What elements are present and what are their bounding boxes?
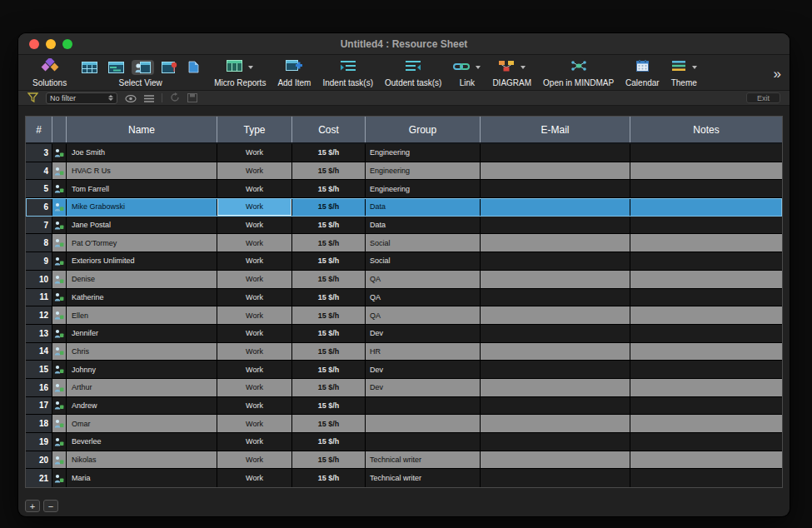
resource-icon-cell[interactable] xyxy=(52,252,67,270)
type-cell[interactable]: Work xyxy=(217,433,292,451)
group-cell[interactable] xyxy=(366,397,481,415)
cost-cell[interactable]: 15 $/h xyxy=(292,271,366,288)
table-row[interactable]: 9Exteriors UnlimitedWork15 $/hSocial xyxy=(26,252,782,271)
email-cell[interactable] xyxy=(481,306,630,324)
table-row[interactable]: 18OmarWork15 $/h xyxy=(26,415,782,433)
name-cell[interactable]: Tom Farrell xyxy=(67,180,217,197)
view-sheet-icon[interactable] xyxy=(78,60,101,75)
type-cell[interactable]: Work xyxy=(217,162,292,180)
group-cell[interactable]: QA xyxy=(366,306,481,324)
group-cell[interactable]: Dev xyxy=(366,361,481,378)
group-cell[interactable]: Engineering xyxy=(366,180,481,197)
notes-cell[interactable] xyxy=(630,415,782,432)
column-header-type[interactable]: Type xyxy=(217,117,292,142)
name-cell[interactable]: Jane Postal xyxy=(67,217,217,234)
toolbar-open-in-mindmap[interactable]: Open in MINDMAP xyxy=(537,57,620,90)
cost-cell[interactable]: 15 $/h xyxy=(292,361,366,378)
notes-cell[interactable] xyxy=(630,451,782,469)
name-cell[interactable]: Ellen xyxy=(67,306,217,324)
type-cell[interactable]: Work xyxy=(217,144,292,162)
notes-cell[interactable] xyxy=(630,361,782,378)
name-cell[interactable]: Joe Smith xyxy=(67,144,217,162)
table-row[interactable]: 15JohnnyWork15 $/hDev xyxy=(26,361,782,379)
view-pin-table-icon[interactable] xyxy=(158,60,181,75)
resource-icon-cell[interactable] xyxy=(52,397,67,415)
notes-cell[interactable] xyxy=(630,469,782,487)
filter-select[interactable]: No filter xyxy=(46,92,117,104)
group-cell[interactable]: Technical writer xyxy=(366,469,481,487)
email-cell[interactable] xyxy=(481,343,630,361)
group-cell[interactable]: Dev xyxy=(366,325,481,342)
notes-cell[interactable] xyxy=(630,379,782,396)
email-cell[interactable] xyxy=(481,361,630,378)
type-cell[interactable]: Work xyxy=(217,252,292,270)
num-cell[interactable]: 13 xyxy=(26,325,52,342)
toolbar-outdent-tasks[interactable]: Outdent task(s) xyxy=(379,57,447,90)
notes-cell[interactable] xyxy=(630,180,782,197)
group-cell[interactable]: HR xyxy=(366,343,481,361)
column-header-num[interactable]: # xyxy=(26,117,52,142)
resource-icon-cell[interactable] xyxy=(52,325,67,342)
type-cell[interactable]: Work xyxy=(217,415,292,432)
name-cell[interactable]: Johnny xyxy=(67,361,217,378)
num-cell[interactable]: 7 xyxy=(26,217,52,234)
table-row[interactable]: 3Joe SmithWork15 $/hEngineering xyxy=(26,144,782,162)
notes-cell[interactable] xyxy=(630,343,782,361)
name-cell[interactable]: Arthur xyxy=(67,379,217,396)
type-cell[interactable]: Work xyxy=(217,361,292,378)
zoom-button[interactable] xyxy=(62,39,72,49)
close-button[interactable] xyxy=(29,39,39,49)
email-cell[interactable] xyxy=(481,325,630,342)
cost-cell[interactable]: 15 $/h xyxy=(292,397,366,415)
email-cell[interactable] xyxy=(481,469,630,487)
type-cell[interactable]: Work xyxy=(217,397,292,415)
notes-cell[interactable] xyxy=(630,433,782,451)
group-cell[interactable]: Social xyxy=(366,234,481,252)
cost-cell[interactable]: 15 $/h xyxy=(292,433,366,451)
cost-cell[interactable]: 15 $/h xyxy=(292,379,366,396)
name-cell[interactable]: Jennifer xyxy=(67,325,217,342)
table-row[interactable]: 12EllenWork15 $/hQA xyxy=(26,306,782,325)
notes-cell[interactable] xyxy=(630,325,782,342)
num-cell[interactable]: 14 xyxy=(26,343,52,361)
resource-icon-cell[interactable] xyxy=(52,433,67,451)
column-header-cost[interactable]: Cost xyxy=(292,117,366,142)
name-cell[interactable]: Denise xyxy=(67,271,217,288)
table-row[interactable]: 7Jane PostalWork15 $/hData xyxy=(26,217,782,235)
num-cell[interactable]: 8 xyxy=(26,234,52,252)
notes-cell[interactable] xyxy=(630,144,782,162)
table-row[interactable]: 5Tom FarrellWork15 $/hEngineering xyxy=(26,180,782,198)
name-cell[interactable]: Nikolas xyxy=(67,451,217,469)
resource-icon-cell[interactable] xyxy=(52,289,67,306)
group-cell[interactable] xyxy=(366,433,481,451)
name-cell[interactable]: Chris xyxy=(67,343,217,361)
num-cell[interactable]: 9 xyxy=(26,252,52,270)
resource-icon-cell[interactable] xyxy=(52,217,67,234)
refresh-icon[interactable] xyxy=(170,91,180,106)
cost-cell[interactable]: 15 $/h xyxy=(292,217,366,234)
resource-icon-cell[interactable] xyxy=(52,361,67,378)
resource-icon-cell[interactable] xyxy=(52,271,67,288)
resource-icon-cell[interactable] xyxy=(52,469,67,487)
num-cell[interactable]: 6 xyxy=(26,198,52,216)
resource-icon-cell[interactable] xyxy=(52,343,67,361)
resource-icon-cell[interactable] xyxy=(52,379,67,396)
notes-cell[interactable] xyxy=(630,289,782,306)
cost-cell[interactable]: 15 $/h xyxy=(292,144,366,162)
email-cell[interactable] xyxy=(481,144,630,162)
resource-icon-cell[interactable] xyxy=(52,234,67,252)
remove-row-button[interactable]: − xyxy=(43,500,58,512)
email-cell[interactable] xyxy=(481,433,630,451)
cost-cell[interactable]: 15 $/h xyxy=(292,451,366,469)
name-cell[interactable]: Beverlee xyxy=(67,433,217,451)
toolbar-link[interactable]: Link xyxy=(447,57,486,90)
group-cell[interactable]: QA xyxy=(366,289,481,306)
toolbar-overflow-button[interactable]: » xyxy=(772,67,783,81)
type-cell[interactable]: Work xyxy=(217,469,292,487)
num-cell[interactable]: 17 xyxy=(26,397,52,415)
notes-cell[interactable] xyxy=(630,306,782,324)
export-icon[interactable] xyxy=(187,91,197,106)
toolbar-theme[interactable]: Theme xyxy=(665,57,703,90)
cost-cell[interactable]: 15 $/h xyxy=(292,252,366,270)
table-row[interactable]: 8Pat O'TormeyWork15 $/hSocial xyxy=(26,234,782,252)
